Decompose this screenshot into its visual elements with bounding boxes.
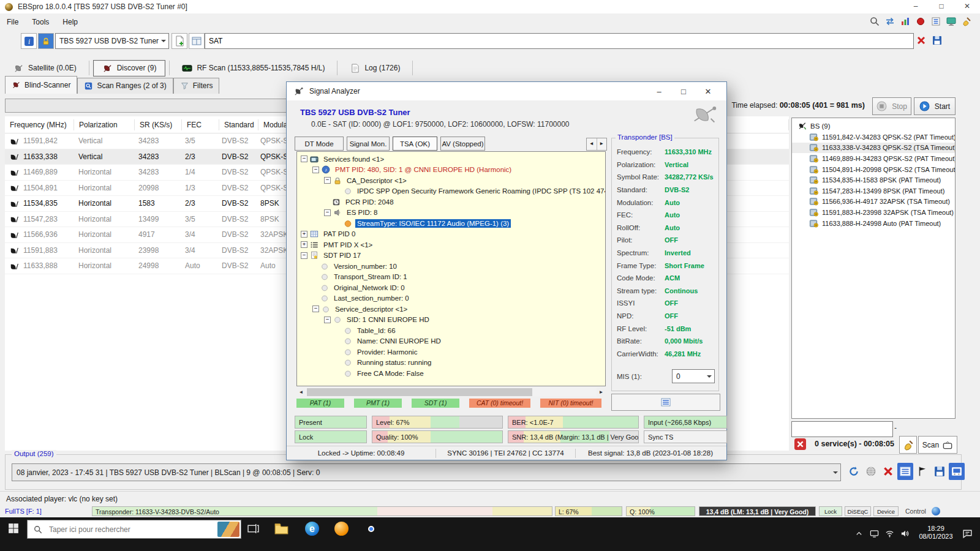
tree-expander-minus[interactable]: [324, 317, 331, 323]
tab-blind-scanner[interactable]: Blind-Scanner: [5, 76, 77, 94]
tray-volume-icon[interactable]: [900, 529, 910, 538]
tree-node[interactable]: PMT PID X <1>: [297, 239, 605, 250]
fullts-label[interactable]: FullTS [F: 1]: [5, 508, 42, 515]
tree-node[interactable]: SDT PID 17: [297, 250, 605, 261]
ebspro-app-icon[interactable]: [334, 522, 349, 536]
search-highlight-image[interactable]: [217, 522, 239, 537]
tree-node[interactable]: IPDC SPP Open Security Framework Generic…: [297, 186, 605, 197]
tray-wifi-icon[interactable]: [885, 529, 894, 538]
tree-hscrollbar[interactable]: ◄ ►: [296, 388, 606, 397]
flag-button[interactable]: [914, 463, 930, 480]
sat-input[interactable]: [205, 33, 914, 49]
lock-button[interactable]: [38, 33, 54, 49]
tree-expander-minus[interactable]: [324, 177, 331, 184]
save-button[interactable]: [930, 33, 944, 48]
control-orb-icon[interactable]: [932, 507, 940, 515]
tab-scroll-right-icon[interactable]: ►: [597, 138, 607, 150]
bs-item[interactable]: 11469,889-H-34283 QPSK-S2 (PAT Timeout): [792, 153, 955, 164]
column-header[interactable]: Standard: [219, 119, 258, 130]
tab-log[interactable]: Log (1726): [341, 61, 409, 76]
tab-satellite[interactable]: Satellite (0.0E): [5, 61, 85, 76]
tree-expander-minus[interactable]: [312, 305, 319, 312]
info-button[interactable]: i: [21, 33, 37, 49]
task-view-icon[interactable]: [247, 523, 259, 534]
tray-display-icon[interactable]: [870, 529, 879, 538]
bs-item[interactable]: 11547,283-H-13499 8PSK (PAT Timeout): [792, 186, 955, 197]
bs-root-node[interactable]: BS (9): [792, 121, 955, 132]
scan-button[interactable]: Scan: [918, 436, 957, 454]
taskbar-clock[interactable]: 18:29 08/01/2023: [916, 525, 956, 541]
edge-browser-icon[interactable]: e: [305, 522, 319, 536]
maximize-button[interactable]: □: [929, 0, 954, 13]
brush-icon[interactable]: [962, 17, 971, 26]
column-header[interactable]: Polarization: [74, 119, 135, 130]
diseqc-button[interactable]: DiSEqC: [845, 506, 871, 516]
dialog-close-button[interactable]: ✕: [696, 87, 720, 96]
stop-button[interactable]: Stop: [872, 97, 911, 115]
dialog-minimize-button[interactable]: –: [647, 87, 671, 96]
tree-node[interactable]: StreamType: ISO/IEC 11172 Audio (MPEG-1)…: [297, 218, 605, 229]
tray-chevron-up-icon[interactable]: [854, 529, 864, 538]
dialog-maximize-button[interactable]: □: [671, 87, 696, 96]
minimize-button[interactable]: –: [903, 0, 929, 13]
tree-node[interactable]: PCR PID: 2048: [297, 197, 605, 208]
column-header[interactable]: SR (KS/s): [135, 119, 182, 130]
bs-item[interactable]: 11534,835-H-1583 8PSK (PAT Timeout): [792, 174, 955, 186]
bs-item[interactable]: 11633,338-V-34283 QPSK-S2 (TSA Timeout): [792, 143, 955, 154]
tree-node[interactable]: Transport_Stream ID: 1: [297, 272, 605, 283]
dialog-tab-avstopped[interactable]: AV (Stopped): [440, 137, 485, 151]
dialog-tab-dtmode[interactable]: DT Mode: [295, 137, 344, 151]
tree-expander-minus[interactable]: [312, 167, 319, 173]
start-menu-icon[interactable]: [8, 523, 19, 534]
chart-icon[interactable]: [900, 17, 910, 26]
tab-rf[interactable]: RF Scan (11533,8855-11535,7845 H/L): [173, 61, 333, 76]
columns-button[interactable]: [189, 33, 205, 49]
tab-discover[interactable]: Discover (9): [93, 60, 166, 77]
tree-node[interactable]: SID: 1 CNNI EUROPE HD: [297, 315, 605, 326]
tree-node[interactable]: Last_section_number: 0: [297, 293, 605, 304]
listview-icon[interactable]: [931, 17, 941, 26]
bs-item[interactable]: 11633,888-H-24998 Auto (PAT Timeout): [792, 218, 955, 229]
monitor-icon[interactable]: [946, 17, 956, 26]
tab-scroll-left-icon[interactable]: ◄: [587, 138, 597, 150]
tree-node[interactable]: Free CA Mode: False: [297, 368, 605, 379]
tree-expander-plus[interactable]: [301, 241, 307, 248]
tree-node[interactable]: ♪PMT PID: 480, SID: 1 @ CNNI EUROPE HD (…: [297, 165, 605, 176]
swap-arrows-icon[interactable]: [885, 17, 895, 26]
save-button[interactable]: [932, 463, 948, 480]
tree-expander-minus[interactable]: [324, 209, 331, 216]
start-button[interactable]: Start: [914, 97, 956, 115]
dialog-tab-tsaok[interactable]: TSA (OK): [393, 137, 437, 151]
scrollbar-thumb[interactable]: [307, 388, 532, 396]
playlist-button[interactable]: [897, 463, 913, 480]
tab-filters[interactable]: Filters: [173, 78, 220, 94]
column-header[interactable]: Frequency (MHz): [5, 119, 74, 130]
bs-item[interactable]: 11591,883-H-23998 32APSK (TSA Timeout): [792, 207, 955, 218]
device-select[interactable]: TBS 5927 USB DVB-S2 Tuner: [55, 33, 169, 49]
tree-node[interactable]: Service_descriptor <1>: [297, 304, 605, 315]
tab-scan[interactable]: Scan Ranges (2 of 3): [77, 78, 173, 94]
tree-node[interactable]: ES PID: 8: [297, 208, 605, 219]
tree-expander-minus[interactable]: [301, 252, 307, 259]
file-explorer-icon[interactable]: [274, 522, 288, 536]
refresh-button[interactable]: [846, 463, 862, 480]
mis-select[interactable]: 0: [672, 369, 715, 383]
bs-filter-input[interactable]: [791, 421, 893, 437]
tree-node[interactable]: Version_number: 10: [297, 261, 605, 272]
bs-item[interactable]: 11591,842-V-34283 QPSK-S2 (PAT Timeout): [792, 132, 955, 143]
search-icon[interactable]: [870, 17, 880, 26]
scroll-right-icon[interactable]: ►: [597, 388, 606, 397]
tree-node[interactable]: Original_Network ID: 0: [297, 282, 605, 293]
menu-tools[interactable]: Tools: [25, 18, 56, 26]
column-header[interactable]: FEC: [182, 119, 219, 130]
delete-button[interactable]: [914, 33, 929, 48]
clear-services-icon[interactable]: [794, 438, 806, 450]
delete-red-button[interactable]: [880, 463, 896, 480]
output-select[interactable]: 08 janvier, 2023 - 17:45 31 | TBS 5927 U…: [12, 463, 841, 481]
tree-expander-minus[interactable]: [301, 156, 307, 162]
search-input[interactable]: [48, 525, 217, 534]
dialog-tab-signalmon[interactable]: Signal Mon.: [347, 137, 390, 151]
player-button[interactable]: [949, 463, 965, 480]
tree-node[interactable]: CA_Descriptor <1>: [297, 175, 605, 186]
scroll-left-icon[interactable]: ◄: [296, 388, 306, 397]
